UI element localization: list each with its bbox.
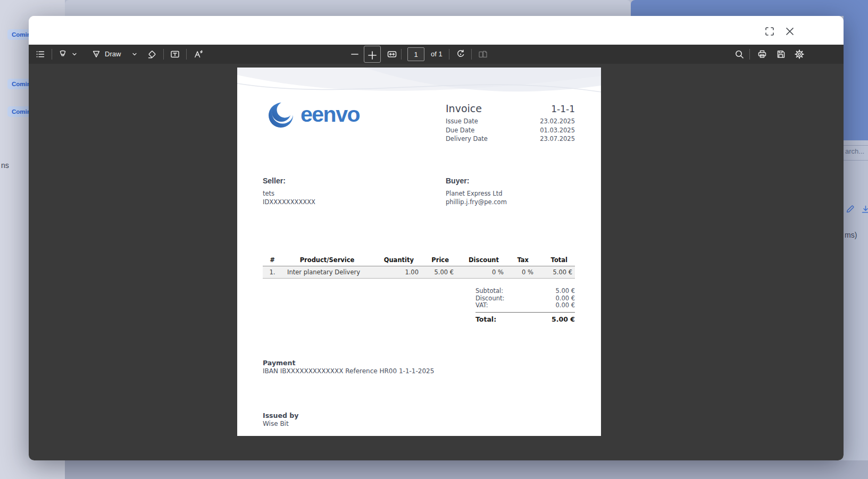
settings-gear-icon[interactable] [794,49,805,60]
read-aloud-icon[interactable] [193,49,203,60]
cell-price: 5.00 € [421,268,456,276]
cell-quantity: 1.00 [372,268,421,276]
background-bottom-band [65,460,868,479]
add-text-icon[interactable] [170,49,180,60]
table-of-contents-icon[interactable] [35,49,46,60]
cell-index: 1. [263,268,282,276]
meta-label: Delivery Date [446,135,488,144]
close-icon[interactable] [784,26,796,37]
discount-row: Discount: 0.00 € [475,295,575,302]
chevron-down-icon[interactable] [71,51,78,57]
payment-line: IBAN IBXXXXXXXXXXXXX Reference HR00 1-1-… [263,367,434,375]
seller-heading: Seller: [263,177,401,185]
seller-block: Seller: tets IDXXXXXXXXXXX [263,177,401,206]
company-logo: eenvo [267,98,360,129]
invoice-meta-row: Issue Date 23.02.2025 [446,117,575,126]
cell-total: 5.00 € [536,268,575,276]
chevron-down-icon[interactable] [131,51,138,57]
toolbar-divider [401,49,402,60]
buyer-name: Planet Express Ltd [446,190,584,198]
toolbar-divider [749,49,750,60]
invoice-meta-row: Delivery Date 23.07.2025 [446,135,575,144]
pdf-toolbar: Draw [29,45,844,64]
table-header-row: # Product/Service Quantity Price Discoun… [263,254,575,266]
zoom-in-button[interactable] [364,46,381,63]
payment-heading: Payment [263,359,295,367]
grand-total-label: Total: [475,315,496,323]
meta-value: 23.07.2025 [540,135,575,144]
total-value: 0.00 € [555,295,575,302]
draw-pen-icon[interactable] [91,49,102,60]
issued-by-name: Wise Bit [263,420,289,427]
background-divider [844,145,868,146]
cell-tax: 0 % [506,268,536,276]
toolbar-divider [186,49,187,60]
vat-row: VAT: 0.00 € [475,302,575,309]
screen: Comin Comin Comin ns arch... ms) [0,0,868,479]
fullscreen-icon[interactable] [764,26,776,37]
rotate-icon[interactable] [455,49,466,60]
highlighter-icon[interactable] [57,49,68,60]
total-label: Discount: [475,295,504,302]
grand-total-row: Total: 5.00 € [475,312,575,323]
col-header: Discount [456,256,506,264]
col-header: Price [421,256,456,264]
total-label: VAT: [475,302,488,309]
cell-product: Inter planetary Delivery [282,268,372,276]
background-search-input[interactable]: arch... [845,147,864,155]
buyer-block: Buyer: Planet Express Ltd phillip.j.fry@… [446,177,584,206]
invoice-header: Invoice 1-1-1 Issue Date 23.02.2025 Due … [446,103,575,144]
background-right-panel [844,140,868,479]
download-icon[interactable] [861,205,868,215]
col-header: Product/Service [282,256,372,264]
background-blue-button [631,0,868,16]
invoice-page: eenvo Invoice 1-1-1 Issue Date 23.02.202… [237,68,601,436]
search-icon[interactable] [734,49,745,60]
meta-label: Issue Date [446,117,478,126]
edit-icon[interactable] [845,204,856,214]
print-icon[interactable] [757,49,767,60]
zoom-out-icon[interactable] [349,49,360,60]
draw-button-label[interactable]: Draw [105,45,121,64]
page-number-input[interactable] [407,47,424,61]
invoice-number: 1-1-1 [551,104,575,114]
background-partial-text: ns [1,161,9,170]
meta-value: 01.03.2025 [540,126,575,135]
background-search-underline [844,160,868,161]
line-items-table: # Product/Service Quantity Price Discoun… [263,254,575,279]
total-label: Subtotal: [475,288,503,295]
page-view-icon [478,49,488,60]
toolbar-divider [163,49,164,60]
pdf-viewer: eenvo Invoice 1-1-1 Issue Date 23.02.202… [29,64,844,460]
invoice-title: Invoice [446,103,482,114]
toolbar-divider [52,49,52,60]
invoice-meta-row: Due Date 01.03.2025 [446,126,575,135]
col-header: # [263,256,282,264]
total-value: 5.00 € [555,288,575,295]
issued-by-heading: Issued by [263,411,298,419]
fit-to-width-icon[interactable] [387,49,397,60]
col-header: Total [536,256,575,264]
buyer-heading: Buyer: [446,177,584,185]
buyer-email: phillip.j.fry@pe.com [446,198,584,207]
col-header: Quantity [372,256,421,264]
seller-name: tets [263,190,401,198]
save-icon[interactable] [775,49,786,60]
col-header: Tax [506,256,536,264]
toolbar-divider [471,49,472,60]
eraser-icon[interactable] [147,49,157,60]
background-card [65,0,631,16]
grand-total-value: 5.00 € [552,315,575,323]
pdf-preview-modal: Draw [29,16,844,460]
table-row: 1. Inter planetary Delivery 1.00 5.00 € … [263,266,575,279]
total-value: 0.00 € [555,302,575,309]
meta-label: Due Date [446,126,474,135]
totals-block: Subtotal: 5.00 € Discount: 0.00 € VAT: 0… [475,288,575,323]
modal-header [29,16,844,45]
meta-value: 23.02.2025 [540,117,575,126]
logo-text: eenvo [301,102,360,127]
cell-discount: 0 % [456,268,506,276]
background-partial-text: ms) [845,231,857,239]
background-right-blue-panel [844,0,868,140]
toolbar-divider [449,49,449,60]
